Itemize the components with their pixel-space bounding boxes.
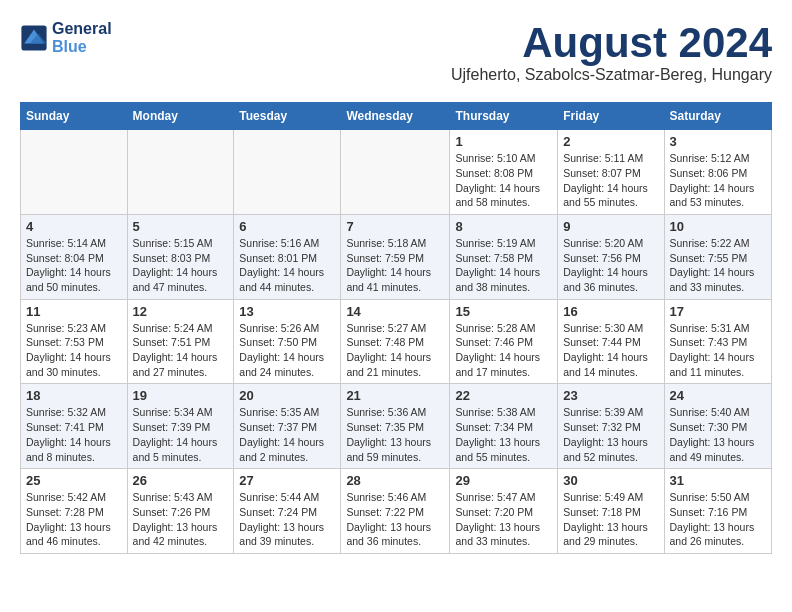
day-info: Sunrise: 5:38 AM Sunset: 7:34 PM Dayligh… [455, 405, 552, 464]
day-info: Sunrise: 5:16 AM Sunset: 8:01 PM Dayligh… [239, 236, 335, 295]
day-info: Sunrise: 5:39 AM Sunset: 7:32 PM Dayligh… [563, 405, 658, 464]
calendar-cell: 11Sunrise: 5:23 AM Sunset: 7:53 PM Dayli… [21, 299, 128, 384]
weekday-header-saturday: Saturday [664, 103, 772, 130]
day-number: 18 [26, 388, 122, 403]
day-number: 3 [670, 134, 767, 149]
calendar: SundayMondayTuesdayWednesdayThursdayFrid… [20, 102, 772, 554]
day-number: 28 [346, 473, 444, 488]
calendar-cell: 21Sunrise: 5:36 AM Sunset: 7:35 PM Dayli… [341, 384, 450, 469]
day-info: Sunrise: 5:14 AM Sunset: 8:04 PM Dayligh… [26, 236, 122, 295]
calendar-cell: 26Sunrise: 5:43 AM Sunset: 7:26 PM Dayli… [127, 469, 234, 554]
day-info: Sunrise: 5:35 AM Sunset: 7:37 PM Dayligh… [239, 405, 335, 464]
day-number: 23 [563, 388, 658, 403]
calendar-cell: 1Sunrise: 5:10 AM Sunset: 8:08 PM Daylig… [450, 130, 558, 215]
day-info: Sunrise: 5:44 AM Sunset: 7:24 PM Dayligh… [239, 490, 335, 549]
calendar-cell: 8Sunrise: 5:19 AM Sunset: 7:58 PM Daylig… [450, 214, 558, 299]
day-info: Sunrise: 5:47 AM Sunset: 7:20 PM Dayligh… [455, 490, 552, 549]
day-info: Sunrise: 5:46 AM Sunset: 7:22 PM Dayligh… [346, 490, 444, 549]
day-number: 21 [346, 388, 444, 403]
day-number: 16 [563, 304, 658, 319]
day-info: Sunrise: 5:11 AM Sunset: 8:07 PM Dayligh… [563, 151, 658, 210]
calendar-cell: 3Sunrise: 5:12 AM Sunset: 8:06 PM Daylig… [664, 130, 772, 215]
calendar-cell: 4Sunrise: 5:14 AM Sunset: 8:04 PM Daylig… [21, 214, 128, 299]
logo: General Blue [20, 20, 112, 56]
title-section: August 2024 Ujfeherto, Szabolcs-Szatmar-… [451, 20, 772, 92]
month-title: August 2024 [451, 20, 772, 66]
calendar-cell: 19Sunrise: 5:34 AM Sunset: 7:39 PM Dayli… [127, 384, 234, 469]
day-number: 19 [133, 388, 229, 403]
day-info: Sunrise: 5:24 AM Sunset: 7:51 PM Dayligh… [133, 321, 229, 380]
calendar-cell [234, 130, 341, 215]
calendar-cell: 20Sunrise: 5:35 AM Sunset: 7:37 PM Dayli… [234, 384, 341, 469]
calendar-cell [21, 130, 128, 215]
day-number: 30 [563, 473, 658, 488]
day-info: Sunrise: 5:12 AM Sunset: 8:06 PM Dayligh… [670, 151, 767, 210]
day-info: Sunrise: 5:27 AM Sunset: 7:48 PM Dayligh… [346, 321, 444, 380]
day-number: 20 [239, 388, 335, 403]
calendar-cell: 27Sunrise: 5:44 AM Sunset: 7:24 PM Dayli… [234, 469, 341, 554]
weekday-header-monday: Monday [127, 103, 234, 130]
day-info: Sunrise: 5:34 AM Sunset: 7:39 PM Dayligh… [133, 405, 229, 464]
day-number: 15 [455, 304, 552, 319]
calendar-cell: 24Sunrise: 5:40 AM Sunset: 7:30 PM Dayli… [664, 384, 772, 469]
day-info: Sunrise: 5:18 AM Sunset: 7:59 PM Dayligh… [346, 236, 444, 295]
calendar-cell: 13Sunrise: 5:26 AM Sunset: 7:50 PM Dayli… [234, 299, 341, 384]
day-number: 12 [133, 304, 229, 319]
calendar-cell: 6Sunrise: 5:16 AM Sunset: 8:01 PM Daylig… [234, 214, 341, 299]
calendar-cell: 15Sunrise: 5:28 AM Sunset: 7:46 PM Dayli… [450, 299, 558, 384]
weekday-header-tuesday: Tuesday [234, 103, 341, 130]
day-info: Sunrise: 5:40 AM Sunset: 7:30 PM Dayligh… [670, 405, 767, 464]
location-subtitle: Ujfeherto, Szabolcs-Szatmar-Bereg, Hunga… [451, 66, 772, 84]
weekday-header-wednesday: Wednesday [341, 103, 450, 130]
day-info: Sunrise: 5:28 AM Sunset: 7:46 PM Dayligh… [455, 321, 552, 380]
day-info: Sunrise: 5:22 AM Sunset: 7:55 PM Dayligh… [670, 236, 767, 295]
calendar-cell: 29Sunrise: 5:47 AM Sunset: 7:20 PM Dayli… [450, 469, 558, 554]
calendar-cell: 28Sunrise: 5:46 AM Sunset: 7:22 PM Dayli… [341, 469, 450, 554]
calendar-cell: 23Sunrise: 5:39 AM Sunset: 7:32 PM Dayli… [558, 384, 664, 469]
calendar-cell: 30Sunrise: 5:49 AM Sunset: 7:18 PM Dayli… [558, 469, 664, 554]
calendar-cell [341, 130, 450, 215]
calendar-cell: 31Sunrise: 5:50 AM Sunset: 7:16 PM Dayli… [664, 469, 772, 554]
calendar-cell [127, 130, 234, 215]
day-info: Sunrise: 5:31 AM Sunset: 7:43 PM Dayligh… [670, 321, 767, 380]
day-number: 1 [455, 134, 552, 149]
calendar-cell: 17Sunrise: 5:31 AM Sunset: 7:43 PM Dayli… [664, 299, 772, 384]
day-info: Sunrise: 5:10 AM Sunset: 8:08 PM Dayligh… [455, 151, 552, 210]
day-info: Sunrise: 5:43 AM Sunset: 7:26 PM Dayligh… [133, 490, 229, 549]
day-number: 22 [455, 388, 552, 403]
day-info: Sunrise: 5:23 AM Sunset: 7:53 PM Dayligh… [26, 321, 122, 380]
day-number: 24 [670, 388, 767, 403]
calendar-cell: 14Sunrise: 5:27 AM Sunset: 7:48 PM Dayli… [341, 299, 450, 384]
day-number: 7 [346, 219, 444, 234]
day-info: Sunrise: 5:50 AM Sunset: 7:16 PM Dayligh… [670, 490, 767, 549]
day-info: Sunrise: 5:32 AM Sunset: 7:41 PM Dayligh… [26, 405, 122, 464]
day-info: Sunrise: 5:36 AM Sunset: 7:35 PM Dayligh… [346, 405, 444, 464]
day-number: 17 [670, 304, 767, 319]
calendar-cell: 5Sunrise: 5:15 AM Sunset: 8:03 PM Daylig… [127, 214, 234, 299]
calendar-cell: 25Sunrise: 5:42 AM Sunset: 7:28 PM Dayli… [21, 469, 128, 554]
day-number: 27 [239, 473, 335, 488]
day-number: 9 [563, 219, 658, 234]
day-number: 11 [26, 304, 122, 319]
day-number: 29 [455, 473, 552, 488]
logo-text: General Blue [52, 20, 112, 56]
calendar-cell: 9Sunrise: 5:20 AM Sunset: 7:56 PM Daylig… [558, 214, 664, 299]
logo-icon [20, 24, 48, 52]
day-number: 5 [133, 219, 229, 234]
day-number: 25 [26, 473, 122, 488]
calendar-cell: 7Sunrise: 5:18 AM Sunset: 7:59 PM Daylig… [341, 214, 450, 299]
day-info: Sunrise: 5:15 AM Sunset: 8:03 PM Dayligh… [133, 236, 229, 295]
day-info: Sunrise: 5:49 AM Sunset: 7:18 PM Dayligh… [563, 490, 658, 549]
day-number: 10 [670, 219, 767, 234]
day-info: Sunrise: 5:42 AM Sunset: 7:28 PM Dayligh… [26, 490, 122, 549]
day-number: 13 [239, 304, 335, 319]
day-info: Sunrise: 5:30 AM Sunset: 7:44 PM Dayligh… [563, 321, 658, 380]
weekday-header-friday: Friday [558, 103, 664, 130]
day-info: Sunrise: 5:19 AM Sunset: 7:58 PM Dayligh… [455, 236, 552, 295]
calendar-cell: 2Sunrise: 5:11 AM Sunset: 8:07 PM Daylig… [558, 130, 664, 215]
calendar-cell: 10Sunrise: 5:22 AM Sunset: 7:55 PM Dayli… [664, 214, 772, 299]
day-number: 26 [133, 473, 229, 488]
day-number: 2 [563, 134, 658, 149]
day-info: Sunrise: 5:20 AM Sunset: 7:56 PM Dayligh… [563, 236, 658, 295]
day-number: 14 [346, 304, 444, 319]
